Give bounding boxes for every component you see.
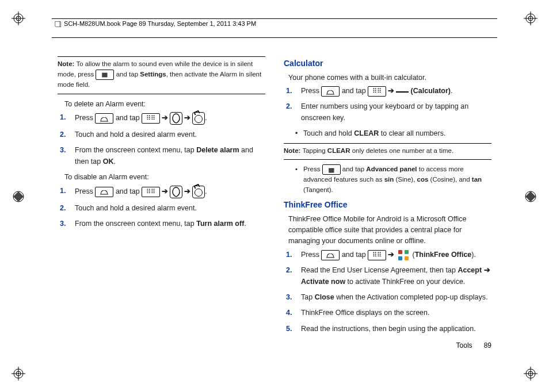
header-text: SCH-M828UM.book Page 89 Thursday, Septem…	[64, 20, 256, 27]
disable-step-1: Press and tap ➔➔.	[73, 186, 265, 198]
arrow-icon: ➔	[160, 114, 170, 122]
tf-step-3: Tap Close when the Activation completed …	[299, 292, 491, 303]
calc-bullet-clear: Touch and hold CLEAR to clear all number…	[303, 128, 491, 139]
crop-mark-bottom-right	[524, 367, 537, 381]
menu-icon	[96, 70, 114, 80]
calculator-icon	[396, 87, 409, 95]
delete-steps: Press and tap ➔➔. Touch and hold a desir…	[58, 112, 265, 167]
arrow-icon: ➔	[160, 187, 170, 195]
crop-mark-mid-right	[524, 190, 537, 203]
delete-step-1: Press and tap ➔➔.	[73, 112, 265, 125]
home-icon	[95, 187, 113, 197]
right-column: Calculator Your phone comes with a built…	[284, 54, 491, 346]
crop-mark-top-left	[12, 11, 25, 25]
calc-note: Note: Tapping CLEAR only deletes one num…	[284, 143, 491, 160]
page-header: SCH-M828UM.book Page 89 Thursday, Septem…	[52, 17, 497, 38]
arrow-icon: ➔	[386, 87, 396, 95]
note-label: Note:	[58, 60, 74, 67]
home-icon	[321, 250, 340, 260]
apps-icon	[368, 86, 386, 97]
apps-icon	[368, 250, 386, 260]
thinkfree-icon	[398, 250, 409, 260]
calculator-lead: Your phone comes with a built-in calcula…	[288, 72, 491, 83]
tf-step-4: ThinkFree Office displays on the screen.	[299, 308, 491, 318]
note-label: Note:	[284, 147, 300, 154]
calc-step-1: Press and tap ➔ (Calculator).	[299, 86, 491, 97]
arrow-icon: ➔	[386, 251, 396, 259]
tf-step-5: Read the instructions, then begin using …	[299, 324, 491, 335]
book-icon	[54, 20, 62, 28]
apps-icon	[142, 113, 160, 124]
thinkfree-heading: ThinkFree Office	[284, 199, 491, 212]
home-icon	[95, 113, 113, 124]
util-icon	[170, 112, 182, 125]
disable-step-2: Touch and hold a desired alarm event.	[73, 203, 265, 214]
disable-step-3: From the onscreen context menu, tap Turn…	[73, 218, 265, 229]
tf-step-2: Read the End User License Agreement, the…	[299, 265, 491, 287]
clock-icon	[192, 186, 205, 198]
tf-step-1: Press and tap ➔ ((ThinkFree Office)Think…	[299, 249, 491, 260]
crop-mark-bottom-left	[12, 367, 25, 381]
clock-icon	[192, 112, 205, 125]
note-text-b: and tap	[114, 71, 140, 78]
note-settings: Settings	[140, 71, 166, 78]
left-column: Note: To allow the alarm to sound even w…	[58, 54, 265, 346]
crop-mark-top-right	[524, 11, 537, 25]
calculator-steps: Press and tap ➔ (Calculator). Enter numb…	[284, 86, 491, 124]
apps-icon	[142, 187, 160, 197]
calc-bullets: Touch and hold CLEAR to clear all number…	[284, 128, 491, 139]
footer-section: Tools	[456, 341, 472, 349]
footer-page: 89	[484, 341, 491, 349]
note-silent-mode: Note: To allow the alarm to sound even w…	[58, 56, 265, 94]
arrow-icon: ➔	[182, 114, 192, 122]
thinkfree-steps: Press and tap ➔ ((ThinkFree Office)Think…	[284, 249, 491, 335]
crop-mark-mid-left	[12, 190, 25, 203]
util-icon	[170, 186, 182, 198]
arrow-icon: ➔	[182, 187, 192, 195]
thinkfree-lead: ThinkFree Office Mobile for Android is a…	[288, 214, 491, 247]
disable-steps: Press and tap ➔➔. Touch and hold a desir…	[58, 186, 265, 230]
menu-icon	[322, 164, 341, 175]
calculator-heading: Calculator	[284, 57, 491, 70]
delete-step-3: From the onscreen context menu, tap Dele…	[73, 145, 265, 167]
delete-step-2: Touch and hold a desired alarm event.	[73, 129, 265, 140]
disable-lead: To disable an Alarm event:	[64, 172, 265, 183]
calc-step-2: Enter numbers using your keyboard or by …	[299, 101, 491, 124]
calc-adv-bullet: Press and tap Advanced panel to access m…	[284, 164, 491, 195]
calc-bullet-advanced: Press and tap Advanced panel to access m…	[303, 164, 491, 195]
page-footer: Tools 89	[456, 341, 491, 349]
home-icon	[321, 86, 340, 97]
delete-lead: To delete an Alarm event:	[64, 99, 265, 110]
